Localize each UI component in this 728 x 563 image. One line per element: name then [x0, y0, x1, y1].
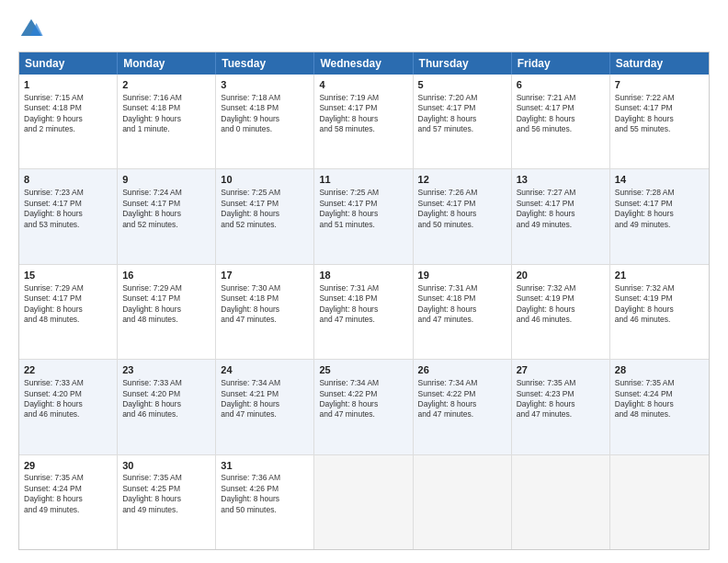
day-number: 5	[418, 78, 506, 92]
day-number: 19	[418, 269, 506, 282]
calendar-day-cell: 5Sunrise: 7:20 AM Sunset: 4:17 PM Daylig…	[414, 75, 512, 168]
empty-cell	[512, 455, 610, 549]
day-number: 13	[517, 173, 605, 187]
day-info: Sunrise: 7:31 AM Sunset: 4:18 PM Dayligh…	[319, 283, 407, 326]
day-number: 31	[221, 459, 309, 473]
day-info: Sunrise: 7:22 AM Sunset: 4:17 PM Dayligh…	[615, 93, 704, 135]
day-info: Sunrise: 7:31 AM Sunset: 4:18 PM Dayligh…	[418, 283, 506, 326]
day-info: Sunrise: 7:36 AM Sunset: 4:26 PM Dayligh…	[221, 473, 309, 515]
calendar-day-cell: 3Sunrise: 7:18 AM Sunset: 4:18 PM Daylig…	[216, 75, 314, 168]
day-info: Sunrise: 7:35 AM Sunset: 4:24 PM Dayligh…	[615, 378, 704, 420]
day-info: Sunrise: 7:28 AM Sunset: 4:17 PM Dayligh…	[615, 188, 704, 230]
calendar-day-cell: 22Sunrise: 7:33 AM Sunset: 4:20 PM Dayli…	[19, 360, 118, 454]
day-info: Sunrise: 7:30 AM Sunset: 4:18 PM Dayligh…	[221, 283, 309, 326]
calendar-day-cell: 31Sunrise: 7:36 AM Sunset: 4:26 PM Dayli…	[216, 455, 314, 549]
day-number: 3	[221, 78, 309, 92]
day-number: 10	[221, 173, 309, 187]
day-number: 14	[615, 173, 704, 187]
weekday-header: Tuesday	[216, 52, 314, 75]
calendar-day-cell: 26Sunrise: 7:34 AM Sunset: 4:22 PM Dayli…	[414, 360, 512, 454]
weekday-header: Friday	[512, 52, 610, 75]
logo	[18, 17, 48, 42]
day-info: Sunrise: 7:21 AM Sunset: 4:17 PM Dayligh…	[517, 93, 605, 135]
day-number: 22	[24, 363, 112, 377]
day-number: 27	[517, 363, 605, 377]
calendar-day-cell: 8Sunrise: 7:23 AM Sunset: 4:17 PM Daylig…	[19, 169, 118, 263]
day-number: 26	[418, 363, 506, 377]
day-number: 12	[418, 173, 506, 187]
calendar-row: 22Sunrise: 7:33 AM Sunset: 4:20 PM Dayli…	[19, 360, 709, 454]
day-number: 28	[615, 363, 704, 377]
day-number: 23	[122, 363, 210, 377]
calendar-day-cell: 11Sunrise: 7:25 AM Sunset: 4:17 PM Dayli…	[314, 169, 413, 263]
calendar-day-cell: 18Sunrise: 7:31 AM Sunset: 4:18 PM Dayli…	[314, 265, 413, 359]
calendar-day-cell: 12Sunrise: 7:26 AM Sunset: 4:17 PM Dayli…	[414, 169, 512, 263]
day-info: Sunrise: 7:27 AM Sunset: 4:17 PM Dayligh…	[517, 188, 605, 230]
empty-cell	[314, 455, 413, 549]
day-number: 29	[24, 459, 112, 473]
day-info: Sunrise: 7:15 AM Sunset: 4:18 PM Dayligh…	[24, 93, 112, 135]
calendar-day-cell: 15Sunrise: 7:29 AM Sunset: 4:17 PM Dayli…	[19, 265, 118, 359]
calendar-day-cell: 16Sunrise: 7:29 AM Sunset: 4:17 PM Dayli…	[118, 265, 216, 359]
day-number: 11	[319, 173, 407, 187]
calendar-header: SundayMondayTuesdayWednesdayThursdayFrid…	[19, 52, 709, 75]
day-info: Sunrise: 7:34 AM Sunset: 4:22 PM Dayligh…	[418, 378, 506, 420]
day-info: Sunrise: 7:29 AM Sunset: 4:17 PM Dayligh…	[122, 283, 210, 326]
calendar-day-cell: 10Sunrise: 7:25 AM Sunset: 4:17 PM Dayli…	[216, 169, 314, 263]
calendar-day-cell: 30Sunrise: 7:35 AM Sunset: 4:25 PM Dayli…	[118, 455, 216, 549]
calendar-day-cell: 4Sunrise: 7:19 AM Sunset: 4:17 PM Daylig…	[314, 75, 413, 168]
calendar-day-cell: 13Sunrise: 7:27 AM Sunset: 4:17 PM Dayli…	[512, 169, 610, 263]
calendar-day-cell: 28Sunrise: 7:35 AM Sunset: 4:24 PM Dayli…	[610, 360, 709, 454]
weekday-header: Saturday	[610, 52, 709, 75]
day-number: 30	[122, 459, 210, 473]
calendar-row: 1Sunrise: 7:15 AM Sunset: 4:18 PM Daylig…	[19, 75, 709, 169]
day-number: 25	[319, 363, 407, 377]
day-info: Sunrise: 7:34 AM Sunset: 4:22 PM Dayligh…	[319, 378, 407, 420]
day-number: 9	[122, 173, 210, 187]
day-number: 24	[221, 363, 309, 377]
day-number: 4	[319, 78, 407, 92]
day-number: 16	[122, 269, 210, 282]
day-info: Sunrise: 7:35 AM Sunset: 4:24 PM Dayligh…	[24, 473, 112, 515]
day-info: Sunrise: 7:19 AM Sunset: 4:17 PM Dayligh…	[319, 93, 407, 135]
day-number: 17	[221, 269, 309, 282]
day-info: Sunrise: 7:33 AM Sunset: 4:20 PM Dayligh…	[24, 378, 112, 420]
weekday-header: Thursday	[414, 52, 512, 75]
logo-icon	[18, 17, 44, 42]
calendar-day-cell: 19Sunrise: 7:31 AM Sunset: 4:18 PM Dayli…	[414, 265, 512, 359]
day-number: 15	[24, 269, 112, 282]
day-info: Sunrise: 7:32 AM Sunset: 4:19 PM Dayligh…	[615, 283, 704, 326]
day-info: Sunrise: 7:34 AM Sunset: 4:21 PM Dayligh…	[221, 378, 309, 420]
day-info: Sunrise: 7:24 AM Sunset: 4:17 PM Dayligh…	[122, 188, 210, 230]
day-info: Sunrise: 7:33 AM Sunset: 4:20 PM Dayligh…	[122, 378, 210, 420]
day-info: Sunrise: 7:20 AM Sunset: 4:17 PM Dayligh…	[418, 93, 506, 135]
calendar-day-cell: 29Sunrise: 7:35 AM Sunset: 4:24 PM Dayli…	[19, 455, 118, 549]
calendar-day-cell: 21Sunrise: 7:32 AM Sunset: 4:19 PM Dayli…	[610, 265, 709, 359]
day-info: Sunrise: 7:23 AM Sunset: 4:17 PM Dayligh…	[24, 188, 112, 230]
day-number: 6	[517, 78, 605, 92]
calendar-row: 8Sunrise: 7:23 AM Sunset: 4:17 PM Daylig…	[19, 169, 709, 264]
day-info: Sunrise: 7:18 AM Sunset: 4:18 PM Dayligh…	[221, 93, 309, 135]
day-number: 20	[517, 269, 605, 282]
calendar-day-cell: 17Sunrise: 7:30 AM Sunset: 4:18 PM Dayli…	[216, 265, 314, 359]
day-number: 1	[24, 78, 112, 92]
day-info: Sunrise: 7:25 AM Sunset: 4:17 PM Dayligh…	[221, 188, 309, 230]
calendar-row: 15Sunrise: 7:29 AM Sunset: 4:17 PM Dayli…	[19, 265, 709, 360]
day-info: Sunrise: 7:32 AM Sunset: 4:19 PM Dayligh…	[517, 283, 605, 326]
day-info: Sunrise: 7:25 AM Sunset: 4:17 PM Dayligh…	[319, 188, 407, 230]
calendar-day-cell: 7Sunrise: 7:22 AM Sunset: 4:17 PM Daylig…	[610, 75, 709, 168]
weekday-header: Wednesday	[314, 52, 413, 75]
calendar-day-cell: 24Sunrise: 7:34 AM Sunset: 4:21 PM Dayli…	[216, 360, 314, 454]
day-info: Sunrise: 7:16 AM Sunset: 4:18 PM Dayligh…	[122, 93, 210, 135]
day-number: 21	[615, 269, 704, 282]
calendar-day-cell: 25Sunrise: 7:34 AM Sunset: 4:22 PM Dayli…	[314, 360, 413, 454]
calendar-day-cell: 14Sunrise: 7:28 AM Sunset: 4:17 PM Dayli…	[610, 169, 709, 263]
day-number: 7	[615, 78, 704, 92]
calendar: SundayMondayTuesdayWednesdayThursdayFrid…	[18, 52, 710, 550]
day-info: Sunrise: 7:29 AM Sunset: 4:17 PM Dayligh…	[24, 283, 112, 326]
day-number: 18	[319, 269, 407, 282]
calendar-day-cell: 1Sunrise: 7:15 AM Sunset: 4:18 PM Daylig…	[19, 75, 118, 168]
calendar-day-cell: 9Sunrise: 7:24 AM Sunset: 4:17 PM Daylig…	[118, 169, 216, 263]
calendar-day-cell: 27Sunrise: 7:35 AM Sunset: 4:23 PM Dayli…	[512, 360, 610, 454]
day-info: Sunrise: 7:35 AM Sunset: 4:23 PM Dayligh…	[517, 378, 605, 420]
